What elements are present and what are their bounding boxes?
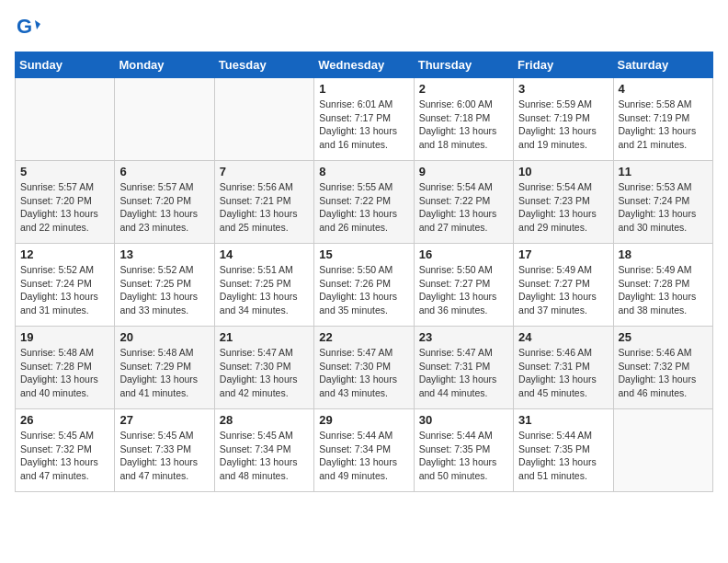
day-cell: 8Sunrise: 5:55 AM Sunset: 7:22 PM Daylig… xyxy=(314,161,414,244)
day-number: 22 xyxy=(319,330,408,344)
day-info: Sunrise: 5:47 AM Sunset: 7:30 PM Dayligh… xyxy=(220,346,309,400)
calendar-table: SundayMondayTuesdayWednesdayThursdayFrid… xyxy=(15,52,713,492)
logo-icon: G xyxy=(15,15,40,40)
svg-marker-1 xyxy=(35,20,40,29)
day-info: Sunrise: 5:49 AM Sunset: 7:27 PM Dayligh… xyxy=(518,263,608,317)
day-number: 10 xyxy=(518,165,608,178)
day-number: 15 xyxy=(319,247,408,261)
day-info: Sunrise: 5:54 AM Sunset: 7:22 PM Dayligh… xyxy=(419,180,508,235)
day-info: Sunrise: 5:50 AM Sunset: 7:26 PM Dayligh… xyxy=(319,263,408,317)
svg-text:G: G xyxy=(17,15,32,38)
day-info: Sunrise: 6:00 AM Sunset: 7:18 PM Dayligh… xyxy=(419,98,508,152)
day-info: Sunrise: 5:54 AM Sunset: 7:23 PM Dayligh… xyxy=(518,180,608,235)
day-number: 24 xyxy=(518,330,608,344)
day-number: 29 xyxy=(319,413,408,427)
day-info: Sunrise: 5:57 AM Sunset: 7:20 PM Dayligh… xyxy=(119,180,209,235)
day-number: 7 xyxy=(220,165,309,178)
day-cell: 26Sunrise: 5:45 AM Sunset: 7:32 PM Dayli… xyxy=(16,409,115,492)
day-info: Sunrise: 5:46 AM Sunset: 7:32 PM Dayligh… xyxy=(619,346,708,400)
day-cell: 21Sunrise: 5:47 AM Sunset: 7:30 PM Dayli… xyxy=(214,327,313,409)
day-info: Sunrise: 5:45 AM Sunset: 7:32 PM Dayligh… xyxy=(20,429,109,483)
logo: G xyxy=(15,15,44,40)
day-cell: 23Sunrise: 5:47 AM Sunset: 7:31 PM Dayli… xyxy=(414,327,513,409)
day-info: Sunrise: 5:58 AM Sunset: 7:19 PM Dayligh… xyxy=(619,98,708,152)
day-cell: 6Sunrise: 5:57 AM Sunset: 7:20 PM Daylig… xyxy=(115,161,214,244)
day-cell xyxy=(16,78,115,161)
day-number: 9 xyxy=(419,165,508,178)
day-cell: 25Sunrise: 5:46 AM Sunset: 7:32 PM Dayli… xyxy=(613,327,712,409)
day-number: 17 xyxy=(518,247,608,261)
day-cell: 27Sunrise: 5:45 AM Sunset: 7:33 PM Dayli… xyxy=(115,409,214,492)
day-info: Sunrise: 5:59 AM Sunset: 7:19 PM Dayligh… xyxy=(518,98,608,152)
day-cell: 30Sunrise: 5:44 AM Sunset: 7:35 PM Dayli… xyxy=(414,409,513,492)
day-cell: 13Sunrise: 5:52 AM Sunset: 7:25 PM Dayli… xyxy=(115,244,214,327)
day-number: 31 xyxy=(518,413,608,427)
day-cell: 2Sunrise: 6:00 AM Sunset: 7:18 PM Daylig… xyxy=(414,78,513,161)
header-row: SundayMondayTuesdayWednesdayThursdayFrid… xyxy=(16,52,713,78)
day-info: Sunrise: 5:50 AM Sunset: 7:27 PM Dayligh… xyxy=(419,263,508,317)
day-info: Sunrise: 5:46 AM Sunset: 7:31 PM Dayligh… xyxy=(518,346,608,400)
day-info: Sunrise: 5:56 AM Sunset: 7:21 PM Dayligh… xyxy=(220,180,309,235)
day-cell: 14Sunrise: 5:51 AM Sunset: 7:25 PM Dayli… xyxy=(214,244,313,327)
day-number: 11 xyxy=(619,165,708,178)
day-number: 20 xyxy=(119,330,209,344)
day-cell: 3Sunrise: 5:59 AM Sunset: 7:19 PM Daylig… xyxy=(514,78,613,161)
day-number: 6 xyxy=(119,165,209,178)
day-info: Sunrise: 5:52 AM Sunset: 7:24 PM Dayligh… xyxy=(20,263,109,317)
day-cell: 4Sunrise: 5:58 AM Sunset: 7:19 PM Daylig… xyxy=(613,78,712,161)
day-info: Sunrise: 5:44 AM Sunset: 7:34 PM Dayligh… xyxy=(319,429,408,483)
day-number: 21 xyxy=(220,330,309,344)
day-number: 8 xyxy=(319,165,408,178)
page-header: G xyxy=(15,15,713,40)
day-cell: 16Sunrise: 5:50 AM Sunset: 7:27 PM Dayli… xyxy=(414,244,513,327)
day-cell: 12Sunrise: 5:52 AM Sunset: 7:24 PM Dayli… xyxy=(16,244,115,327)
day-number: 13 xyxy=(119,247,209,261)
header-cell-saturday: Saturday xyxy=(613,52,712,78)
day-info: Sunrise: 6:01 AM Sunset: 7:17 PM Dayligh… xyxy=(319,98,408,152)
day-number: 28 xyxy=(220,413,309,427)
day-number: 5 xyxy=(20,165,109,178)
day-cell: 7Sunrise: 5:56 AM Sunset: 7:21 PM Daylig… xyxy=(214,161,313,244)
day-cell: 1Sunrise: 6:01 AM Sunset: 7:17 PM Daylig… xyxy=(314,78,414,161)
day-number: 2 xyxy=(419,82,508,96)
week-row-2: 5Sunrise: 5:57 AM Sunset: 7:20 PM Daylig… xyxy=(16,161,713,244)
day-info: Sunrise: 5:48 AM Sunset: 7:29 PM Dayligh… xyxy=(119,346,209,400)
day-number: 25 xyxy=(619,330,708,344)
day-cell: 22Sunrise: 5:47 AM Sunset: 7:30 PM Dayli… xyxy=(314,327,414,409)
day-info: Sunrise: 5:45 AM Sunset: 7:33 PM Dayligh… xyxy=(119,429,209,483)
day-cell xyxy=(613,409,712,492)
day-info: Sunrise: 5:57 AM Sunset: 7:20 PM Dayligh… xyxy=(20,180,109,235)
week-row-4: 19Sunrise: 5:48 AM Sunset: 7:28 PM Dayli… xyxy=(16,327,713,409)
header-cell-sunday: Sunday xyxy=(16,52,115,78)
day-number: 19 xyxy=(20,330,109,344)
day-info: Sunrise: 5:44 AM Sunset: 7:35 PM Dayligh… xyxy=(518,429,608,483)
week-row-3: 12Sunrise: 5:52 AM Sunset: 7:24 PM Dayli… xyxy=(16,244,713,327)
week-row-1: 1Sunrise: 6:01 AM Sunset: 7:17 PM Daylig… xyxy=(16,78,713,161)
day-number: 27 xyxy=(119,413,209,427)
day-number: 26 xyxy=(20,413,109,427)
day-cell xyxy=(115,78,214,161)
day-cell: 18Sunrise: 5:49 AM Sunset: 7:28 PM Dayli… xyxy=(613,244,712,327)
day-number: 12 xyxy=(20,247,109,261)
day-info: Sunrise: 5:49 AM Sunset: 7:28 PM Dayligh… xyxy=(619,263,708,317)
week-row-5: 26Sunrise: 5:45 AM Sunset: 7:32 PM Dayli… xyxy=(16,409,713,492)
day-info: Sunrise: 5:47 AM Sunset: 7:30 PM Dayligh… xyxy=(319,346,408,400)
day-info: Sunrise: 5:47 AM Sunset: 7:31 PM Dayligh… xyxy=(419,346,508,400)
day-number: 23 xyxy=(419,330,508,344)
day-number: 1 xyxy=(319,82,408,96)
day-cell: 15Sunrise: 5:50 AM Sunset: 7:26 PM Dayli… xyxy=(314,244,414,327)
day-info: Sunrise: 5:52 AM Sunset: 7:25 PM Dayligh… xyxy=(119,263,209,317)
day-cell: 28Sunrise: 5:45 AM Sunset: 7:34 PM Dayli… xyxy=(214,409,313,492)
day-number: 30 xyxy=(419,413,508,427)
header-cell-tuesday: Tuesday xyxy=(214,52,313,78)
day-cell xyxy=(214,78,313,161)
header-cell-monday: Monday xyxy=(115,52,214,78)
day-cell: 9Sunrise: 5:54 AM Sunset: 7:22 PM Daylig… xyxy=(414,161,513,244)
day-cell: 31Sunrise: 5:44 AM Sunset: 7:35 PM Dayli… xyxy=(514,409,613,492)
header-cell-friday: Friday xyxy=(514,52,613,78)
day-info: Sunrise: 5:53 AM Sunset: 7:24 PM Dayligh… xyxy=(619,180,708,235)
header-cell-thursday: Thursday xyxy=(414,52,513,78)
day-info: Sunrise: 5:51 AM Sunset: 7:25 PM Dayligh… xyxy=(220,263,309,317)
day-number: 4 xyxy=(619,82,708,96)
day-cell: 29Sunrise: 5:44 AM Sunset: 7:34 PM Dayli… xyxy=(314,409,414,492)
